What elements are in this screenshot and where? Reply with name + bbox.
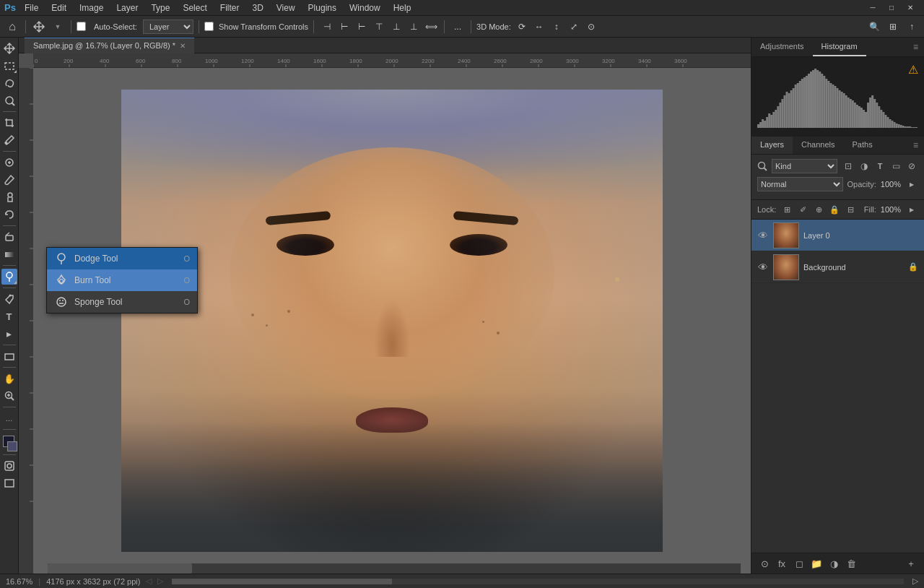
- link-layers-icon[interactable]: ⊙: [757, 556, 772, 571]
- h-scrollbar-status[interactable]: [172, 579, 904, 584]
- tab-layers[interactable]: Layers: [751, 137, 793, 154]
- tab-paths[interactable]: Paths: [844, 137, 881, 154]
- fill-arrow-icon[interactable]: ▶: [905, 203, 918, 216]
- add-layer-style-icon[interactable]: fx: [775, 556, 789, 571]
- delete-layer-icon[interactable]: 🗑: [844, 556, 858, 571]
- share-button[interactable]: ↑: [904, 19, 920, 35]
- minimize-button[interactable]: ─: [865, 0, 881, 16]
- lock-all-icon[interactable]: 🔒: [828, 203, 841, 216]
- new-layer-icon[interactable]: +: [904, 556, 918, 571]
- lock-nested-icon[interactable]: ⊟: [844, 203, 857, 216]
- layer-0-visibility[interactable]: 👁: [757, 230, 769, 241]
- lock-pixels-icon[interactable]: ⊞: [780, 203, 793, 216]
- shape-filter-icon[interactable]: ▭: [889, 160, 902, 173]
- menu-plugins[interactable]: Plugins: [302, 0, 342, 16]
- panel-options-menu[interactable]: ≡: [907, 38, 924, 56]
- menu-window[interactable]: Window: [344, 0, 386, 16]
- 3d-scale-icon[interactable]: ⤢: [566, 19, 582, 35]
- quick-mask-btn[interactable]: [1, 458, 17, 474]
- 3d-slide-icon[interactable]: ↕: [549, 19, 565, 35]
- path-selection-btn[interactable]: ▸: [1, 326, 17, 342]
- auto-select-dropdown[interactable]: Layer Group: [143, 20, 193, 34]
- opacity-arrow-icon[interactable]: ▶: [905, 178, 918, 191]
- align-bottom-icon[interactable]: ⊥: [406, 19, 422, 35]
- tab-channels[interactable]: Channels: [793, 137, 843, 154]
- menu-help[interactable]: Help: [388, 0, 417, 16]
- align-center-v-icon[interactable]: ⊥: [388, 19, 404, 35]
- lock-position-icon[interactable]: ✐: [796, 203, 809, 216]
- 3d-rotate-icon[interactable]: ⟳: [514, 19, 530, 35]
- hand-tool-btn[interactable]: ✋: [1, 371, 17, 386]
- type-tool-btn[interactable]: T: [1, 308, 17, 324]
- marquee-tool-btn[interactable]: [1, 58, 17, 74]
- lasso-tool-btn[interactable]: [1, 75, 17, 91]
- tab-adjustments[interactable]: Adjustments: [751, 38, 813, 56]
- home-button[interactable]: ⌂: [4, 19, 20, 35]
- 3d-camera-icon[interactable]: ⊙: [583, 19, 599, 35]
- menu-filter[interactable]: Filter: [214, 0, 245, 16]
- lock-artboard-icon[interactable]: ⊕: [812, 203, 825, 216]
- layer-item-0[interactable]: 👁 Layer 0: [751, 220, 924, 251]
- shape-tool-btn[interactable]: [1, 348, 17, 364]
- transform-controls-checkbox[interactable]: [204, 22, 214, 31]
- more-options-button[interactable]: ...: [450, 19, 466, 35]
- document-tab-active[interactable]: Sample.jpg @ 16.7% (Layer 0, RGB/8) * ✕: [25, 38, 194, 53]
- status-right-arrow[interactable]: ▷: [912, 576, 918, 586]
- pixel-filter-icon[interactable]: ⊡: [842, 160, 855, 173]
- align-right-icon[interactable]: ⊢: [354, 19, 370, 35]
- move-tool-btn[interactable]: [1, 40, 17, 56]
- more-tools-btn[interactable]: …: [1, 410, 17, 426]
- create-adjustment-icon[interactable]: ◑: [827, 556, 841, 571]
- create-group-icon[interactable]: 📁: [809, 556, 824, 571]
- layer-bg-visibility[interactable]: 👁: [757, 261, 769, 273]
- distribute-icon[interactable]: ⟺: [423, 19, 439, 35]
- zoom-tool-btn[interactable]: [1, 388, 17, 404]
- stamp-tool-btn[interactable]: [1, 189, 17, 205]
- history-brush-btn[interactable]: [1, 207, 17, 222]
- maximize-button[interactable]: □: [884, 0, 899, 16]
- close-tab-button[interactable]: ✕: [180, 42, 186, 50]
- status-nav-right[interactable]: ▷: [157, 576, 163, 586]
- add-mask-icon[interactable]: ◻: [792, 556, 806, 571]
- gradient-tool-btn[interactable]: [1, 246, 17, 262]
- menu-select[interactable]: Select: [177, 0, 212, 16]
- menu-layer[interactable]: Layer: [110, 0, 144, 16]
- align-center-h-icon[interactable]: ⊢: [336, 19, 352, 35]
- blend-mode-select[interactable]: Normal: [757, 177, 843, 191]
- crop-tool-btn[interactable]: [1, 115, 17, 131]
- auto-select-checkbox[interactable]: [77, 22, 86, 31]
- dodge-tool-btn[interactable]: [1, 269, 17, 285]
- eraser-tool-btn[interactable]: [1, 229, 17, 245]
- menu-image[interactable]: Image: [74, 0, 109, 16]
- canvas-content[interactable]: [33, 68, 751, 574]
- menu-file[interactable]: File: [19, 0, 44, 16]
- h-scroll-thumb[interactable]: [48, 563, 192, 574]
- kind-filter-select[interactable]: Kind: [772, 159, 837, 173]
- sponge-tool-menu-item[interactable]: Sponge Tool O: [47, 291, 197, 313]
- menu-view[interactable]: View: [271, 0, 301, 16]
- screen-mode-btn[interactable]: [1, 475, 17, 491]
- quick-select-btn[interactable]: [1, 92, 17, 108]
- 3d-pan-icon[interactable]: ↔: [531, 19, 547, 35]
- eyedropper-btn[interactable]: [1, 132, 17, 148]
- layer-item-bg[interactable]: 👁 Background 🔒: [751, 251, 924, 283]
- dodge-tool-menu-item[interactable]: Dodge Tool O: [47, 248, 197, 269]
- brush-tool-btn[interactable]: [1, 172, 17, 188]
- screen-mode-button[interactable]: ⊞: [885, 19, 901, 35]
- adjustment-filter-icon[interactable]: ◑: [858, 160, 871, 173]
- menu-type[interactable]: Type: [145, 0, 175, 16]
- foreground-color[interactable]: [1, 436, 17, 451]
- type-filter-icon[interactable]: T: [873, 160, 886, 173]
- smart-filter-icon[interactable]: ⊘: [905, 160, 918, 173]
- search-button[interactable]: 🔍: [866, 19, 882, 35]
- burn-tool-menu-item[interactable]: Burn Tool O: [47, 269, 197, 291]
- menu-edit[interactable]: Edit: [45, 0, 72, 16]
- healing-brush-btn[interactable]: [1, 155, 17, 170]
- align-top-icon[interactable]: ⊤: [371, 19, 387, 35]
- close-button[interactable]: ✕: [902, 0, 918, 16]
- align-left-icon[interactable]: ⊣: [319, 19, 335, 35]
- tab-histogram[interactable]: Histogram: [813, 38, 866, 56]
- pen-tool-btn[interactable]: [1, 291, 17, 307]
- horizontal-scrollbar[interactable]: [48, 563, 741, 574]
- layers-options-menu[interactable]: ≡: [907, 137, 924, 154]
